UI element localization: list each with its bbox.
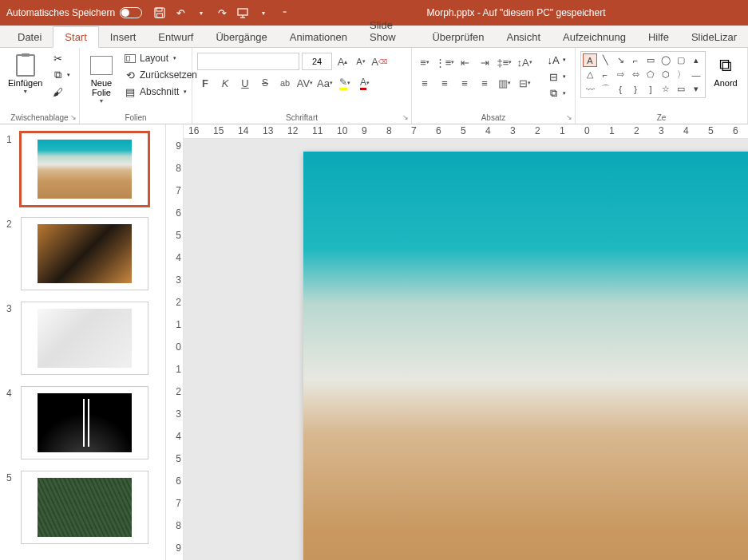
- smartart-button[interactable]: ⧉▾: [544, 86, 568, 101]
- slide-thumb-5[interactable]: [21, 471, 148, 544]
- new-slide-button[interactable]: Neue Folie ▼: [85, 51, 118, 105]
- thumb-row[interactable]: 5: [6, 471, 159, 544]
- slide-thumb-2[interactable]: [21, 217, 148, 290]
- present-dropdown-icon[interactable]: ▾: [257, 6, 270, 19]
- shapes-gallery[interactable]: A ╲ ↘ ⌐ ▭ ◯ ▢ ▴ △ ⌐ ⇨ ⬄ ⬠ ⬡ 〉 — 〰 ⌒ { }: [580, 51, 706, 98]
- shape-mid-icon[interactable]: —: [689, 68, 703, 81]
- highlight-button[interactable]: ✎▾: [337, 75, 353, 91]
- qat-customize-icon[interactable]: ⁼: [278, 6, 291, 19]
- italic-button[interactable]: K: [217, 75, 233, 91]
- shape-textbox-icon[interactable]: A: [583, 53, 597, 67]
- tab-start[interactable]: Start: [53, 26, 98, 48]
- numbering-button[interactable]: ⋮≡▾: [437, 54, 453, 70]
- tab-ansicht[interactable]: Ansicht: [495, 27, 552, 47]
- shape-down-icon[interactable]: ▾: [689, 82, 703, 96]
- shape-arrow-line-icon[interactable]: ↘: [613, 53, 627, 67]
- slide-thumb-3[interactable]: [21, 302, 148, 375]
- save-icon[interactable]: [153, 6, 166, 19]
- paste-button[interactable]: Einfügen ▼: [5, 51, 46, 96]
- autosave-toggle[interactable]: Automatisches Speichern: [6, 7, 142, 18]
- shape-l-icon[interactable]: ⌐: [598, 68, 612, 81]
- shape-up-icon[interactable]: ▴: [689, 53, 703, 67]
- redo-icon[interactable]: ↷: [216, 6, 228, 19]
- shape-triangle-icon[interactable]: △: [583, 68, 597, 81]
- shape-chevron-icon[interactable]: 〉: [674, 68, 688, 81]
- shape-roundrect-icon[interactable]: ▢: [674, 53, 688, 67]
- shape-rect-icon[interactable]: ▭: [643, 53, 658, 67]
- undo-icon[interactable]: ↶: [174, 6, 187, 19]
- shape-hex-icon[interactable]: ⬡: [659, 68, 673, 81]
- font-launcher-icon[interactable]: ↘: [402, 112, 410, 122]
- tab-datei[interactable]: Datei: [6, 27, 53, 47]
- shape-star-icon[interactable]: ☆: [659, 82, 673, 96]
- bold-button[interactable]: F: [197, 75, 213, 91]
- tab-uebergaenge[interactable]: Übergänge: [204, 27, 278, 47]
- present-icon[interactable]: [236, 6, 249, 19]
- thumb-row[interactable]: 3: [6, 302, 159, 375]
- tab-aufzeichnung[interactable]: Aufzeichnung: [552, 27, 637, 47]
- align-center-button[interactable]: ≡: [437, 75, 453, 91]
- shape-oval-icon[interactable]: ◯: [659, 53, 673, 67]
- align-v-button[interactable]: ⊟▾: [544, 69, 568, 84]
- indent-right-button[interactable]: ⇥: [477, 54, 493, 70]
- tab-slideshow[interactable]: Slide Show: [358, 15, 421, 47]
- font-name-input[interactable]: [197, 53, 299, 70]
- thumb-row[interactable]: 4: [6, 386, 159, 459]
- toggle-icon[interactable]: [120, 7, 142, 18]
- strike-button[interactable]: S: [257, 75, 273, 91]
- shape-arrow-b-icon[interactable]: ⬄: [628, 68, 643, 81]
- shape-rbracket-icon[interactable]: ]: [643, 82, 658, 96]
- cut-button[interactable]: ✂: [49, 51, 73, 65]
- shape-pentagon-icon[interactable]: ⬠: [643, 68, 658, 81]
- copy-button[interactable]: ⧉▾: [49, 68, 73, 82]
- undo-dropdown-icon[interactable]: ▾: [195, 6, 208, 19]
- arrange-button[interactable]: ⧉ Anord: [709, 51, 742, 89]
- thumb-row[interactable]: 2: [6, 217, 159, 290]
- tab-entwurf[interactable]: Entwurf: [147, 27, 204, 47]
- reset-button[interactable]: ⟲Zurücksetzen: [121, 68, 200, 82]
- slide-image[interactable]: [303, 152, 748, 560]
- align-left-button[interactable]: ≡: [417, 75, 433, 91]
- bullets-button[interactable]: ≡▾: [417, 54, 433, 70]
- indent-left-button[interactable]: ⇤: [457, 54, 473, 70]
- shadow-button[interactable]: ab: [277, 75, 293, 91]
- section-button[interactable]: ▤Abschnitt▾: [121, 85, 200, 99]
- layout-button[interactable]: Layout▾: [121, 51, 200, 65]
- align-justify-button[interactable]: ≡: [477, 75, 493, 91]
- spacing-button[interactable]: AV▾: [297, 75, 313, 91]
- align-right-button[interactable]: ≡: [457, 75, 473, 91]
- format-painter-button[interactable]: 🖌: [49, 85, 73, 99]
- shape-arc-icon[interactable]: ⌒: [598, 82, 612, 96]
- tab-ueberpruefen[interactable]: Überprüfen: [421, 27, 495, 47]
- font-size-input[interactable]: [302, 53, 332, 70]
- text-direction-button[interactable]: ↕A▾: [516, 54, 532, 70]
- tab-hilfe[interactable]: Hilfe: [637, 27, 680, 47]
- shape-callout-icon[interactable]: ▭: [674, 82, 688, 96]
- text-dir-button[interactable]: ↓A▾: [544, 53, 568, 67]
- slide-editor[interactable]: 161514131211109876543210123456: [184, 124, 748, 560]
- shape-arrow-r-icon[interactable]: ⇨: [613, 68, 627, 81]
- shape-lbrace-icon[interactable]: {: [613, 82, 627, 96]
- underline-button[interactable]: U: [237, 75, 253, 91]
- tab-animationen[interactable]: Animationen: [279, 27, 358, 47]
- line-spacing-button[interactable]: ‡≡▾: [497, 54, 513, 70]
- shape-curve-icon[interactable]: 〰: [583, 82, 597, 96]
- case-button[interactable]: Aa▾: [317, 75, 333, 91]
- font-color-button[interactable]: A▾: [357, 75, 373, 91]
- slide-thumb-1[interactable]: [21, 132, 148, 206]
- paragraph-launcher-icon[interactable]: ↘: [565, 112, 573, 122]
- clear-format-icon[interactable]: A⌫: [371, 53, 387, 69]
- slide-thumb-4[interactable]: [21, 386, 148, 459]
- increase-font-icon[interactable]: A▴: [334, 53, 350, 69]
- clipboard-launcher-icon[interactable]: ↘: [69, 112, 77, 122]
- shape-rbrace-icon[interactable]: }: [628, 82, 643, 96]
- slide-panel[interactable]: 1 2 3 4 5: [0, 124, 166, 560]
- slide-canvas[interactable]: [303, 152, 748, 560]
- tab-insert[interactable]: Insert: [99, 27, 148, 47]
- decrease-font-icon[interactable]: A▾: [353, 53, 369, 69]
- shape-connector-icon[interactable]: ⌐: [628, 53, 643, 67]
- tab-slidelizard[interactable]: SlideLizar: [680, 27, 748, 47]
- shape-line-icon[interactable]: ╲: [598, 53, 612, 67]
- columns-button[interactable]: ▥▾: [497, 75, 513, 91]
- align-text-button[interactable]: ⊟▾: [516, 75, 532, 91]
